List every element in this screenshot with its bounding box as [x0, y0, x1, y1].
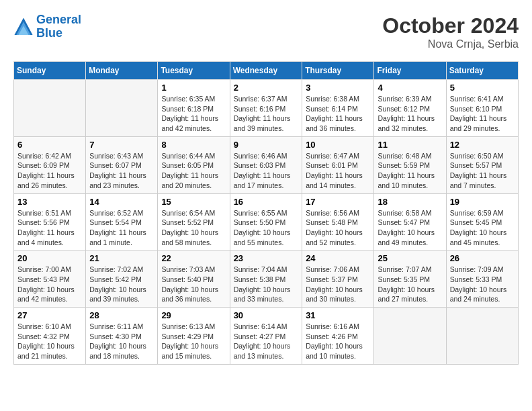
- day-number: 19: [450, 197, 515, 207]
- day-number: 30: [234, 310, 299, 320]
- day-cell: 17Sunrise: 6:56 AM Sunset: 5:48 PM Dayli…: [302, 193, 374, 250]
- day-cell: [14, 80, 86, 137]
- logo-text: General Blue: [36, 13, 81, 40]
- day-info: Sunrise: 6:38 AM Sunset: 6:14 PM Dayligh…: [306, 94, 370, 134]
- day-cell: 1Sunrise: 6:35 AM Sunset: 6:18 PM Daylig…: [158, 80, 230, 137]
- day-info: Sunrise: 7:09 AM Sunset: 5:33 PM Dayligh…: [450, 265, 515, 304]
- day-info: Sunrise: 7:03 AM Sunset: 5:40 PM Dayligh…: [161, 265, 226, 304]
- day-info: Sunrise: 6:55 AM Sunset: 5:50 PM Dayligh…: [234, 208, 299, 248]
- header-cell-saturday: Saturday: [446, 62, 518, 80]
- day-cell: 13Sunrise: 6:51 AM Sunset: 5:56 PM Dayli…: [14, 193, 86, 250]
- day-number: 3: [306, 83, 370, 93]
- day-cell: 20Sunrise: 7:00 AM Sunset: 5:43 PM Dayli…: [14, 250, 86, 308]
- day-cell: [446, 308, 518, 365]
- day-info: Sunrise: 6:50 AM Sunset: 5:57 PM Dayligh…: [450, 151, 515, 191]
- title-block: October 2024 Nova Crnja, Serbia: [382, 13, 519, 50]
- header-row: SundayMondayTuesdayWednesdayThursdayFrid…: [14, 62, 519, 80]
- day-info: Sunrise: 7:07 AM Sunset: 5:35 PM Dayligh…: [378, 265, 442, 304]
- week-row-5: 27Sunrise: 6:10 AM Sunset: 4:32 PM Dayli…: [14, 308, 519, 365]
- day-info: Sunrise: 6:39 AM Sunset: 6:12 PM Dayligh…: [378, 94, 442, 134]
- day-number: 22: [161, 253, 226, 263]
- day-cell: 15Sunrise: 6:54 AM Sunset: 5:52 PM Dayli…: [158, 193, 230, 250]
- day-number: 18: [378, 197, 442, 207]
- day-info: Sunrise: 6:13 AM Sunset: 4:29 PM Dayligh…: [161, 322, 226, 361]
- day-cell: 11Sunrise: 6:48 AM Sunset: 5:59 PM Dayli…: [374, 136, 446, 193]
- day-number: 16: [234, 197, 299, 207]
- day-number: 14: [89, 197, 154, 207]
- day-number: 7: [89, 140, 154, 150]
- day-cell: 31Sunrise: 6:16 AM Sunset: 4:26 PM Dayli…: [302, 308, 374, 365]
- week-row-1: 1Sunrise: 6:35 AM Sunset: 6:18 PM Daylig…: [14, 80, 519, 137]
- day-number: 9: [234, 140, 299, 150]
- day-info: Sunrise: 7:04 AM Sunset: 5:38 PM Dayligh…: [234, 265, 299, 304]
- day-number: 29: [161, 310, 226, 320]
- day-number: 24: [306, 253, 370, 263]
- day-number: 2: [234, 83, 299, 93]
- day-info: Sunrise: 6:14 AM Sunset: 4:27 PM Dayligh…: [234, 322, 299, 361]
- header-cell-wednesday: Wednesday: [230, 62, 302, 80]
- day-cell: 9Sunrise: 6:46 AM Sunset: 6:03 PM Daylig…: [230, 136, 302, 193]
- logo: General Blue: [13, 13, 81, 40]
- day-number: 15: [161, 197, 226, 207]
- day-number: 25: [378, 253, 442, 263]
- page-header: General Blue October 2024 Nova Crnja, Se…: [13, 13, 519, 50]
- logo-icon: [13, 17, 34, 37]
- day-number: 23: [234, 253, 299, 263]
- day-number: 26: [450, 253, 515, 263]
- day-cell: 6Sunrise: 6:42 AM Sunset: 6:09 PM Daylig…: [14, 136, 86, 193]
- day-number: 27: [17, 310, 82, 320]
- day-number: 21: [89, 253, 154, 263]
- day-cell: [86, 80, 158, 137]
- day-info: Sunrise: 6:58 AM Sunset: 5:47 PM Dayligh…: [378, 208, 442, 248]
- header-cell-tuesday: Tuesday: [158, 62, 230, 80]
- day-number: 11: [378, 140, 442, 150]
- day-info: Sunrise: 7:00 AM Sunset: 5:43 PM Dayligh…: [17, 265, 82, 304]
- week-row-3: 13Sunrise: 6:51 AM Sunset: 5:56 PM Dayli…: [14, 193, 519, 250]
- day-info: Sunrise: 6:35 AM Sunset: 6:18 PM Dayligh…: [161, 94, 226, 134]
- day-number: 31: [306, 310, 370, 320]
- day-info: Sunrise: 6:59 AM Sunset: 5:45 PM Dayligh…: [450, 208, 515, 248]
- day-number: 20: [17, 253, 82, 263]
- day-cell: 25Sunrise: 7:07 AM Sunset: 5:35 PM Dayli…: [374, 250, 446, 308]
- day-cell: 26Sunrise: 7:09 AM Sunset: 5:33 PM Dayli…: [446, 250, 518, 308]
- day-cell: 18Sunrise: 6:58 AM Sunset: 5:47 PM Dayli…: [374, 193, 446, 250]
- day-cell: 21Sunrise: 7:02 AM Sunset: 5:42 PM Dayli…: [86, 250, 158, 308]
- day-info: Sunrise: 7:06 AM Sunset: 5:37 PM Dayligh…: [306, 265, 370, 304]
- day-number: 6: [17, 140, 82, 150]
- day-cell: 10Sunrise: 6:47 AM Sunset: 6:01 PM Dayli…: [302, 136, 374, 193]
- day-info: Sunrise: 6:56 AM Sunset: 5:48 PM Dayligh…: [306, 208, 370, 248]
- day-info: Sunrise: 6:41 AM Sunset: 6:10 PM Dayligh…: [450, 94, 515, 134]
- day-cell: 4Sunrise: 6:39 AM Sunset: 6:12 PM Daylig…: [374, 80, 446, 137]
- day-cell: 19Sunrise: 6:59 AM Sunset: 5:45 PM Dayli…: [446, 193, 518, 250]
- day-info: Sunrise: 6:46 AM Sunset: 6:03 PM Dayligh…: [234, 151, 299, 191]
- day-number: 8: [161, 140, 226, 150]
- day-cell: 3Sunrise: 6:38 AM Sunset: 6:14 PM Daylig…: [302, 80, 374, 137]
- calendar-table: SundayMondayTuesdayWednesdayThursdayFrid…: [13, 61, 519, 365]
- day-info: Sunrise: 7:02 AM Sunset: 5:42 PM Dayligh…: [89, 265, 154, 304]
- day-cell: 14Sunrise: 6:52 AM Sunset: 5:54 PM Dayli…: [86, 193, 158, 250]
- day-info: Sunrise: 6:42 AM Sunset: 6:09 PM Dayligh…: [17, 151, 82, 191]
- day-info: Sunrise: 6:44 AM Sunset: 6:05 PM Dayligh…: [161, 151, 226, 191]
- header-cell-friday: Friday: [374, 62, 446, 80]
- header-cell-sunday: Sunday: [14, 62, 86, 80]
- day-number: 10: [306, 140, 370, 150]
- day-number: 1: [161, 83, 226, 93]
- calendar-title: October 2024: [382, 13, 519, 38]
- day-info: Sunrise: 6:47 AM Sunset: 6:01 PM Dayligh…: [306, 151, 370, 191]
- day-cell: [374, 308, 446, 365]
- day-number: 5: [450, 83, 515, 93]
- day-cell: 12Sunrise: 6:50 AM Sunset: 5:57 PM Dayli…: [446, 136, 518, 193]
- day-number: 28: [89, 310, 154, 320]
- day-info: Sunrise: 6:16 AM Sunset: 4:26 PM Dayligh…: [306, 322, 370, 361]
- day-cell: 27Sunrise: 6:10 AM Sunset: 4:32 PM Dayli…: [14, 308, 86, 365]
- day-info: Sunrise: 6:37 AM Sunset: 6:16 PM Dayligh…: [234, 94, 299, 134]
- header-cell-thursday: Thursday: [302, 62, 374, 80]
- week-row-4: 20Sunrise: 7:00 AM Sunset: 5:43 PM Dayli…: [14, 250, 519, 308]
- calendar-subtitle: Nova Crnja, Serbia: [382, 38, 519, 50]
- day-cell: 23Sunrise: 7:04 AM Sunset: 5:38 PM Dayli…: [230, 250, 302, 308]
- day-info: Sunrise: 6:10 AM Sunset: 4:32 PM Dayligh…: [17, 322, 82, 361]
- day-info: Sunrise: 6:54 AM Sunset: 5:52 PM Dayligh…: [161, 208, 226, 248]
- day-cell: 28Sunrise: 6:11 AM Sunset: 4:30 PM Dayli…: [86, 308, 158, 365]
- day-cell: 2Sunrise: 6:37 AM Sunset: 6:16 PM Daylig…: [230, 80, 302, 137]
- day-number: 4: [378, 83, 442, 93]
